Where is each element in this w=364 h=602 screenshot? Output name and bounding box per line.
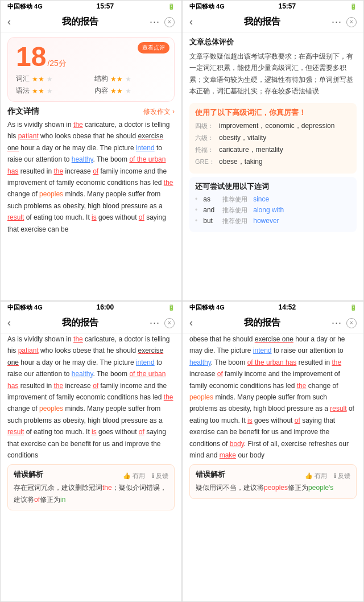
score-section: 查看点评 18 /25分 词汇 ★★★ 结构 ★★★ 语法 ★★★ (7, 37, 175, 102)
essay-content-bl: As is vividly shown in the caricature, a… (7, 333, 175, 461)
status-carrier-tl: 中国移动 4G (7, 2, 43, 11)
score-vocab: 词汇 ★★★ (16, 74, 88, 84)
nav-bar-br: ‹ 我的报告 ··· × (183, 313, 363, 333)
nav-title-bl: 我的报告 (62, 317, 98, 329)
error-actions-br: 👍 有用 ℹ 反馈 (305, 472, 350, 480)
error-title-bl: 错误解析 (14, 469, 43, 480)
nav-title-tr: 我的报告 (244, 16, 280, 28)
status-time-br: 14:52 (279, 303, 296, 311)
conn-item-0: • as 推荐使用 since (195, 195, 351, 204)
nav-right-tl: ··· × (150, 16, 175, 28)
error-section-bl: 错误解析 👍 有用 ℹ 反馈 存在冠词冗余，建议删除冠词the；疑似介词错误，建… (7, 464, 175, 510)
content-br: obese that he should exercise one hour a… (183, 333, 363, 601)
status-bar-bl: 中国移动 4G 16:00 🔋 (1, 302, 181, 313)
conn-item-1: • and 推荐使用 along with (195, 206, 351, 215)
panel-bottom-right: 中国移动 4G 14:52 🔋 ‹ 我的报告 ··· × obese that … (182, 301, 364, 602)
status-bar-br: 中国移动 4G 14:52 🔋 (183, 302, 363, 313)
error-text-bl: 存在冠词冗余，建议删除冠词the；疑似介词错误，建议将of修正为in (14, 482, 168, 505)
vocab-section: 使用了以下高级词汇，你真厉害！ 四级： improvement，economic… (189, 103, 357, 174)
score-content: 内容 ★★★ (94, 86, 166, 96)
back-button-tl[interactable]: ‹ (7, 16, 11, 28)
close-button-bl[interactable]: × (164, 318, 175, 328)
review-text: 文章字数疑似超出该考试字数要求；在高中级别下，有一定词汇积累，能使用少量高级词汇… (189, 51, 357, 97)
nav-title-br: 我的报告 (244, 317, 280, 329)
nav-right-br: ··· × (332, 317, 357, 329)
nav-left-br: ‹ (189, 317, 193, 329)
back-button-bl[interactable]: ‹ (7, 317, 11, 329)
error-text-br: 疑似用词不当，建议将peoples修正为people's (196, 482, 350, 493)
status-battery-tl: 🔋 (168, 3, 175, 10)
close-button-tl[interactable]: × (164, 17, 175, 27)
feedback-button-br[interactable]: ℹ 反馈 (334, 472, 350, 480)
nav-title-tl: 我的报告 (62, 16, 98, 28)
connector-section: 还可尝试使用以下连词 • as 推荐使用 since • and 推荐使用 al… (189, 177, 357, 232)
conn-item-2: • but 推荐使用 however (195, 217, 351, 225)
nav-right-tr: ··· × (332, 16, 357, 28)
more-button-tl[interactable]: ··· (150, 16, 160, 28)
panel-bottom-left: 中国移动 4G 16:00 🔋 ‹ 我的报告 ··· × As is vivid… (0, 301, 182, 602)
more-button-br[interactable]: ··· (332, 317, 342, 329)
status-bar-tl: 中国移动 4G 15:57 🔋 (1, 1, 181, 12)
status-battery-bl: 🔋 (168, 304, 175, 311)
vocab-item-1: 六级： obesity，vitality (195, 133, 351, 143)
content-tr: 文章总体评价 文章字数疑似超出该考试字数要求；在高中级别下，有一定词汇积累，能使… (183, 32, 363, 300)
helpful-button-bl[interactable]: 👍 有用 (123, 472, 145, 480)
panel-top-left: 中国移动 4G 15:57 🔋 ‹ 我的报告 ··· × 查看点评 18 /25… (0, 0, 182, 301)
score-denom: /25分 (47, 59, 66, 69)
score-grammar: 语法 ★★★ (16, 86, 88, 96)
feedback-button-bl[interactable]: ℹ 反馈 (152, 472, 168, 480)
close-button-tr[interactable]: × (346, 17, 357, 27)
vocab-item-3: GRE： obese，taking (195, 157, 351, 167)
status-battery-tr: 🔋 (350, 3, 357, 10)
nav-bar-bl: ‹ 我的报告 ··· × (1, 313, 181, 333)
status-time-bl: 16:00 (97, 303, 114, 311)
score-value: 18 (16, 43, 46, 71)
status-battery-br: 🔋 (350, 304, 357, 311)
score-grid: 词汇 ★★★ 结构 ★★★ 语法 ★★★ 内容 ★★★ (16, 74, 166, 96)
conn-title: 还可尝试使用以下连词 (195, 182, 351, 192)
status-time-tr: 15:57 (279, 2, 296, 10)
review-title: 文章总体评价 (189, 37, 357, 47)
error-title-br: 错误解析 (196, 469, 225, 480)
nav-right-bl: ··· × (150, 317, 175, 329)
status-carrier-br: 中国移动 4G (189, 303, 225, 312)
status-carrier-bl: 中国移动 4G (7, 303, 43, 312)
vocab-item-2: 托福： caricature，mentality (195, 145, 351, 155)
edit-essay-link[interactable]: 修改作文 › (143, 107, 175, 117)
essay-content-br: obese that he should exercise one hour a… (189, 333, 357, 461)
vocab-title: 使用了以下高级词汇，你真厉害！ (195, 108, 351, 118)
status-time-tl: 15:57 (97, 2, 114, 10)
content-tl: 查看点评 18 /25分 词汇 ★★★ 结构 ★★★ 语法 ★★★ (1, 32, 181, 300)
more-button-tr[interactable]: ··· (332, 16, 342, 28)
more-button-bl[interactable]: ··· (150, 317, 160, 329)
close-button-br[interactable]: × (346, 318, 357, 328)
nav-left-tl: ‹ (7, 16, 11, 28)
status-bar-tr: 中国移动 4G 15:57 🔋 (183, 1, 363, 12)
content-bl: As is vividly shown in the caricature, a… (1, 333, 181, 601)
essay-section-title: 作文详情 修改作文 › (7, 106, 175, 117)
back-button-br[interactable]: ‹ (189, 317, 193, 329)
score-structure: 结构 ★★★ (94, 74, 166, 84)
helpful-button-br[interactable]: 👍 有用 (305, 472, 327, 480)
vocab-item-0: 四级： improvement，economic，depression (195, 121, 351, 131)
nav-left-tr: ‹ (189, 16, 193, 28)
error-actions-bl: 👍 有用 ℹ 反馈 (123, 472, 168, 480)
nav-bar-tr: ‹ 我的报告 ··· × (183, 12, 363, 32)
nav-bar-tl: ‹ 我的报告 ··· × (1, 12, 181, 32)
score-badge[interactable]: 查看点评 (138, 42, 169, 53)
back-button-tr[interactable]: ‹ (189, 16, 193, 28)
review-section: 文章总体评价 文章字数疑似超出该考试字数要求；在高中级别下，有一定词汇积累，能使… (189, 32, 357, 100)
error-section-br: 错误解析 👍 有用 ℹ 反馈 疑似用词不当，建议将peoples修正为peopl… (189, 464, 357, 498)
essay-title-text: 作文详情 (7, 106, 39, 117)
panel-top-right: 中国移动 4G 15:57 🔋 ‹ 我的报告 ··· × 文章总体评价 文章字数… (182, 0, 364, 301)
essay-content-tl: As is vividly shown in the caricature, a… (7, 119, 175, 235)
nav-left-bl: ‹ (7, 317, 11, 329)
status-carrier-tr: 中国移动 4G (189, 2, 225, 11)
